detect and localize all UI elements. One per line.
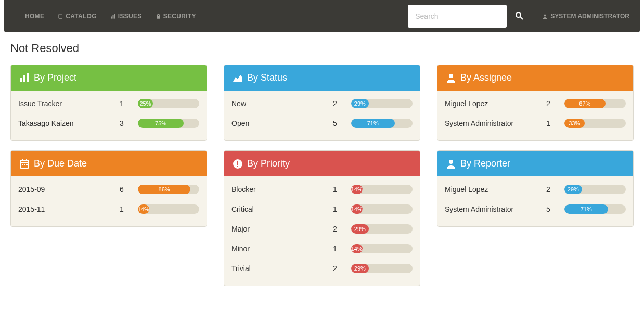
- row-count: 2: [546, 185, 564, 194]
- svg-rect-2: [114, 14, 115, 18]
- row-count: 1: [333, 205, 351, 213]
- user-icon: [446, 159, 456, 169]
- table-row[interactable]: System Administrator133%: [445, 113, 626, 133]
- table-row[interactable]: Blocker114%: [231, 180, 413, 199]
- table-row[interactable]: 2015-09686%: [18, 180, 199, 199]
- progress-track: 86%: [138, 185, 199, 194]
- progress-pct: 14%: [351, 186, 363, 193]
- row-count: 3: [120, 119, 138, 127]
- panel-project: By ProjectIssue Tracker125%Takasago Kaiz…: [10, 65, 207, 141]
- row-label: Open: [231, 119, 333, 127]
- svg-rect-0: [111, 16, 112, 18]
- row-label: 2015-11: [18, 205, 120, 213]
- row-label: Critical: [231, 205, 333, 213]
- bar-chart-icon: [19, 73, 30, 83]
- svg-rect-13: [26, 159, 27, 161]
- progress-pct: 29%: [568, 186, 579, 193]
- progress-pct: 67%: [579, 100, 590, 107]
- progress-bar: 14%: [351, 185, 363, 194]
- book-icon: [58, 14, 63, 19]
- progress-bar: 14%: [138, 204, 149, 214]
- nav-issues[interactable]: ISSUES: [110, 12, 142, 20]
- area-chart-icon: [233, 73, 243, 83]
- user-icon: [446, 73, 456, 83]
- table-row[interactable]: Critical114%: [231, 199, 413, 219]
- table-row[interactable]: Major229%: [231, 219, 413, 239]
- svg-rect-8: [27, 73, 29, 82]
- table-row[interactable]: New229%: [231, 94, 413, 113]
- user-icon: [542, 14, 548, 19]
- panel-title: By Priority: [247, 158, 290, 169]
- progress-pct: 29%: [354, 265, 366, 272]
- progress-bar: 71%: [564, 204, 608, 214]
- table-row[interactable]: Minor114%: [231, 239, 413, 259]
- table-row[interactable]: Takasago Kaizen375%: [18, 113, 199, 133]
- row-label: Minor: [231, 245, 333, 253]
- progress-track: 14%: [351, 185, 413, 194]
- panel-head-reporter: By Reporter: [437, 151, 633, 176]
- svg-rect-14: [22, 164, 23, 165]
- lock-icon: [156, 14, 161, 19]
- row-count: 2: [333, 225, 351, 233]
- svg-rect-1: [112, 15, 113, 18]
- row-label: New: [231, 99, 333, 108]
- progress-pct: 14%: [351, 246, 363, 252]
- nav-issues-label: ISSUES: [118, 12, 142, 20]
- nav-user-label: SYSTEM ADMINISTRATOR: [550, 12, 629, 20]
- svg-rect-6: [20, 78, 22, 82]
- bar-chart-icon: [110, 14, 116, 19]
- nav-home[interactable]: HOME: [25, 12, 44, 20]
- panel-body: Miguel Lopez229%System Administrator571%: [437, 176, 633, 226]
- navbar: HOME CATALOG ISSUES SECURITY SYSTEM ADMI…: [4, 0, 640, 32]
- calendar-icon: [19, 159, 30, 169]
- row-count: 2: [333, 264, 351, 273]
- nav-security[interactable]: SECURITY: [156, 12, 196, 20]
- row-label: Miguel Lopez: [445, 99, 546, 108]
- progress-track: 29%: [564, 185, 626, 194]
- row-count: 1: [546, 119, 564, 127]
- progress-bar: 75%: [138, 119, 184, 128]
- progress-pct: 14%: [351, 206, 363, 212]
- table-row[interactable]: System Administrator571%: [445, 199, 626, 219]
- panel-priority: By PriorityBlocker114%Critical114%Major2…: [224, 150, 420, 286]
- svg-point-20: [449, 160, 453, 164]
- progress-track: 29%: [351, 99, 413, 108]
- progress-bar: 71%: [351, 119, 395, 128]
- panel-head-priority: By Priority: [224, 151, 420, 176]
- panel-status: By StatusNew229%Open571%: [224, 65, 420, 141]
- table-row[interactable]: Miguel Lopez267%: [445, 94, 626, 113]
- svg-point-9: [449, 74, 453, 78]
- panel-title: By Project: [34, 72, 76, 83]
- search-button[interactable]: [507, 11, 532, 21]
- row-count: 1: [333, 245, 351, 253]
- progress-bar: 67%: [564, 99, 606, 108]
- row-label: Miguel Lopez: [445, 185, 546, 194]
- nav-catalog[interactable]: CATALOG: [58, 12, 97, 20]
- svg-rect-12: [22, 159, 23, 161]
- progress-bar: 14%: [351, 204, 363, 214]
- page: Not Resolved By ProjectIssue Tracker125%…: [0, 32, 644, 296]
- panel-body: Miguel Lopez267%System Administrator133%: [437, 91, 633, 140]
- panels-grid: By ProjectIssue Tracker125%Takasago Kaiz…: [10, 65, 634, 286]
- progress-bar: 29%: [351, 224, 369, 234]
- row-count: 1: [120, 205, 138, 213]
- progress-pct: 14%: [138, 206, 149, 212]
- table-row[interactable]: 2015-11114%: [18, 199, 199, 219]
- svg-line-4: [520, 17, 523, 19]
- row-label: Blocker: [231, 185, 333, 194]
- progress-track: 29%: [351, 264, 413, 273]
- search-input[interactable]: [408, 5, 507, 28]
- table-row[interactable]: Open571%: [231, 113, 413, 133]
- nav-user[interactable]: SYSTEM ADMINISTRATOR: [542, 12, 629, 20]
- table-row[interactable]: Miguel Lopez229%: [445, 180, 626, 199]
- panel-assignee: By AssigneeMiguel Lopez267%System Admini…: [437, 65, 634, 141]
- table-row[interactable]: Trivial229%: [231, 259, 413, 278]
- row-label: System Administrator: [445, 119, 546, 127]
- panel-head-project: By Project: [11, 65, 207, 91]
- progress-bar: 25%: [138, 99, 153, 108]
- svg-rect-15: [24, 164, 25, 165]
- row-count: 5: [333, 119, 351, 127]
- table-row[interactable]: Issue Tracker125%: [18, 94, 199, 113]
- panel-head-duedate: By Due Date: [11, 151, 207, 176]
- row-count: 6: [120, 185, 138, 194]
